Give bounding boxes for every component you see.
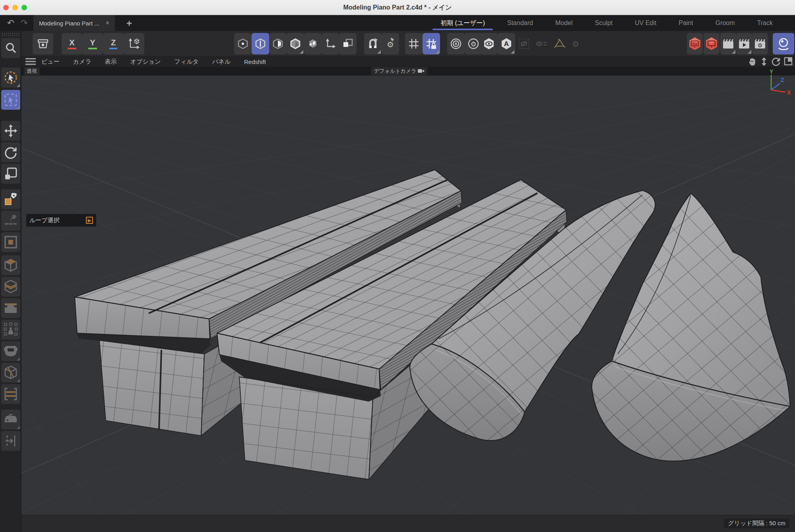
dolly-arrows-icon[interactable]	[760, 57, 768, 66]
capture-button[interactable]	[773, 33, 794, 54]
move-tool-button[interactable]	[1, 121, 20, 141]
layout-tab-paint[interactable]: Paint	[667, 15, 704, 31]
layout-tab-uvedit[interactable]: UV Edit	[624, 15, 667, 31]
scale-tool-button[interactable]	[1, 164, 20, 184]
maximize-view-icon[interactable]	[784, 57, 793, 66]
content-browser-button[interactable]	[33, 33, 53, 54]
bridge-button[interactable]	[1, 298, 20, 318]
model-mode-button[interactable]	[287, 33, 304, 54]
simulate-settings-button[interactable]: ⚙	[465, 33, 482, 54]
layout-tab-standard[interactable]: Standard	[496, 15, 544, 31]
undo-icon[interactable]: ↶	[5, 17, 17, 29]
menu-camera[interactable]: カメラ	[73, 58, 91, 66]
viewport-3d[interactable]: Y Z X	[21, 76, 795, 515]
snap-settings-button[interactable]: ⚙	[382, 33, 399, 54]
extrude-button[interactable]	[1, 255, 20, 275]
inner-extrude-button[interactable]	[1, 232, 20, 252]
add-tab-button[interactable]: +	[126, 18, 132, 29]
menu-options[interactable]: オプション	[130, 58, 161, 66]
rectangle-selection-button[interactable]	[1, 90, 20, 110]
commander-search-button[interactable]	[1, 38, 20, 58]
layout-tab-model[interactable]: Model	[544, 15, 584, 31]
snap-toggle-button[interactable]	[364, 33, 382, 54]
axis-mode-button[interactable]	[322, 33, 339, 54]
layout-tab-track[interactable]: Track	[746, 15, 784, 31]
grid-lock-icon	[426, 38, 437, 49]
menu-view[interactable]: ビュー	[41, 58, 60, 66]
view-projection-label[interactable]: 透視	[24, 67, 40, 75]
redshift-ipr-button[interactable]	[704, 33, 719, 54]
texture-mode-icon	[308, 38, 318, 49]
render-settings-button[interactable]: ⚙	[752, 33, 768, 54]
pan-hand-icon[interactable]	[747, 57, 757, 66]
redshift-ipr-icon	[705, 37, 718, 50]
pen-icon	[4, 192, 18, 207]
polygons-mode-button[interactable]	[269, 33, 287, 54]
layout-tab-clipped[interactable]: S	[784, 15, 795, 31]
points-mode-button[interactable]	[234, 33, 252, 54]
layout-tab-sculpt[interactable]: Sculpt	[584, 15, 624, 31]
layout-tabs: 初期 (ユーザー) Standard Model Sculpt UV Edit …	[429, 15, 795, 31]
search-icon	[5, 42, 17, 54]
palette-drag-handle[interactable]	[2, 33, 20, 37]
menu-redshift[interactable]: Redshift	[244, 58, 266, 65]
lock-x-axis-button[interactable]: X	[62, 33, 82, 54]
coordinate-system-button[interactable]	[124, 33, 144, 54]
project-tools-button[interactable]: ⚙	[550, 33, 585, 54]
render-view-button[interactable]	[720, 33, 736, 54]
magnet-dashed-icon	[4, 322, 18, 337]
scale-icon	[4, 167, 17, 181]
simulate-rings-button[interactable]	[447, 33, 465, 54]
bridge-icon	[4, 302, 17, 315]
visibility-button[interactable]	[480, 33, 498, 54]
redo-icon[interactable]: ↷	[18, 17, 30, 29]
coordinate-system-icon	[128, 38, 140, 50]
menu-display[interactable]: 表示	[105, 58, 117, 66]
live-selection-button[interactable]	[1, 68, 20, 87]
document-tab[interactable]: Modeling Piano Part ... ×	[33, 15, 115, 31]
iron-icon	[4, 414, 18, 425]
isolate-button[interactable]	[515, 33, 533, 54]
workplane-grid-button[interactable]	[405, 33, 423, 54]
bevel-button[interactable]	[1, 277, 20, 297]
eye-hexagon-icon	[483, 38, 494, 50]
spline-pen-button[interactable]	[1, 189, 20, 209]
svg-text:⚙: ⚙	[470, 41, 476, 48]
gear-circle-icon: ⚙	[467, 38, 479, 50]
hamburger-menu-icon[interactable]	[25, 58, 36, 65]
menu-panel[interactable]: パネル	[212, 58, 231, 66]
knife-cube-icon	[4, 365, 17, 380]
camera-label-text: デフォルトカメラ	[374, 68, 416, 74]
edge-cut-tool-button[interactable]	[1, 211, 20, 231]
document-tab-label: Modeling Piano Part ...	[39, 20, 99, 27]
soft-selection-button[interactable]	[1, 320, 20, 340]
orbit-icon[interactable]	[771, 57, 781, 66]
lock-z-axis-button[interactable]: Z	[103, 33, 124, 54]
auto-mode-button[interactable]: A	[498, 33, 515, 54]
points-mode-icon	[238, 38, 248, 49]
texture-mode-button[interactable]	[304, 33, 322, 54]
render-picture-viewer-button[interactable]	[736, 33, 752, 54]
workplane-mode-button[interactable]	[339, 33, 357, 54]
svg-text:⚙: ⚙	[758, 42, 763, 49]
model-mode-icon	[290, 38, 301, 49]
menu-filter[interactable]: フィルタ	[175, 58, 199, 66]
titlebar: Modeling Piano Part 2.c4d * - メイン	[0, 0, 795, 15]
iron-button[interactable]	[1, 410, 20, 429]
rotate-tool-button[interactable]	[1, 142, 20, 162]
scene-wireframe	[21, 76, 795, 515]
camera-label[interactable]: デフォルトカメラ	[371, 67, 427, 75]
loop-cut-button[interactable]	[1, 384, 20, 404]
filter-button[interactable]	[533, 33, 550, 54]
layout-tab-startup[interactable]: 初期 (ユーザー)	[429, 15, 496, 31]
line-cut-button[interactable]	[1, 431, 20, 451]
close-tab-icon[interactable]: ×	[106, 19, 109, 27]
weld-button[interactable]	[1, 341, 20, 361]
filter-eye-icon	[536, 39, 547, 48]
lock-y-axis-button[interactable]: Y	[82, 33, 103, 54]
redshift-renderview-button[interactable]: RV	[687, 33, 703, 54]
knife-button[interactable]	[1, 363, 20, 382]
lock-workplane-grid-button[interactable]	[423, 33, 440, 54]
edges-mode-button[interactable]	[252, 33, 269, 54]
layout-tab-groom[interactable]: Groom	[704, 15, 746, 31]
